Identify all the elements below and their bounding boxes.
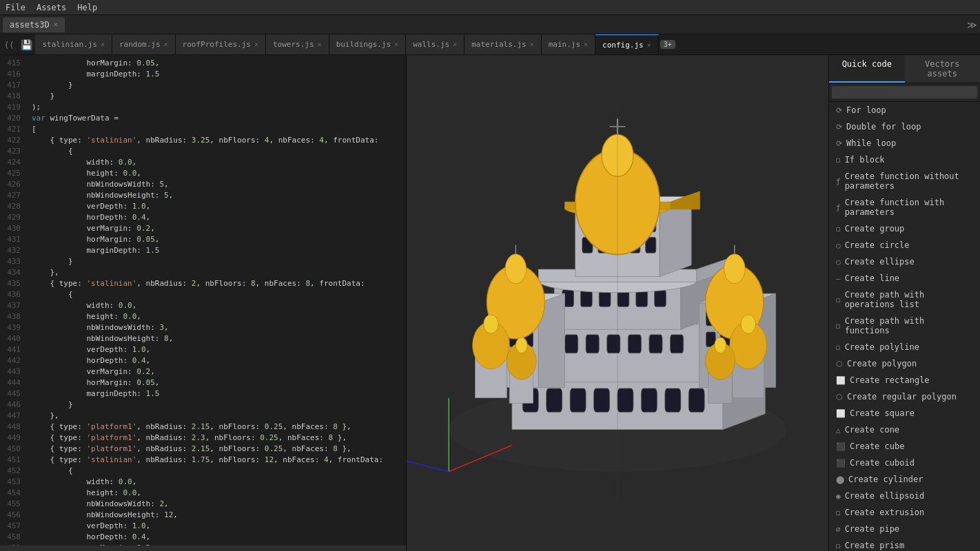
svg-rect-25 (688, 388, 704, 412)
svg-point-93 (515, 337, 527, 353)
tab-buildings[interactable]: buildings.js × (329, 34, 407, 55)
tab-vectors-assets[interactable]: Vectors assets (905, 55, 981, 83)
app-tab-close[interactable]: × (54, 21, 58, 28)
tab-main-close[interactable]: × (584, 41, 588, 48)
menu-bar: File Assets Help (0, 0, 980, 15)
tab-stalinian-close[interactable]: × (101, 41, 105, 48)
code-editor: 4154164174184194204214224234244254264274… (0, 55, 407, 551)
tab-count: 3+ (660, 40, 675, 49)
panel-item-create-ellipse[interactable]: ○Create ellipse (829, 253, 980, 270)
panel-item-create-rectangle[interactable]: ⬜Create rectangle (829, 372, 980, 388)
svg-point-90 (741, 315, 755, 334)
svg-rect-17 (671, 335, 684, 353)
nav-left[interactable]: ⟨⟨ (0, 40, 18, 50)
tab-quick-code[interactable]: Quick code (829, 55, 905, 83)
svg-rect-30 (580, 290, 592, 306)
panel-item-create-function-without-parameters[interactable]: ƒCreate function without parameters (829, 168, 980, 194)
svg-rect-16 (649, 335, 662, 353)
code-area[interactable]: 4154164174184194204214224234244254264274… (0, 55, 406, 545)
panel-item-create-group[interactable]: ◻Create group (829, 220, 980, 237)
panel-item-create-polyline[interactable]: ◻Create polyline (829, 339, 980, 355)
panel-item-create-regular-polygon[interactable]: ⬡Create regular polygon (829, 388, 980, 405)
panel-item-create-cone[interactable]: △Create cone (829, 422, 980, 438)
panel-item-create-prism[interactable]: ◻Create prism (829, 537, 980, 551)
svg-rect-14 (607, 335, 620, 353)
tab-random[interactable]: random.js × (112, 34, 176, 55)
tab-random-close[interactable]: × (164, 41, 168, 48)
panel-items-list: ⟳For loop⟳Double for loop⟳While loop◻If … (829, 102, 980, 551)
menu-assets[interactable]: Assets (37, 3, 66, 12)
panel-search (829, 83, 980, 102)
svg-point-83 (724, 254, 746, 284)
panel-item-create-extrusion[interactable]: ◻Create extrusion (829, 504, 980, 521)
tab-main[interactable]: main.js × (542, 34, 595, 55)
file-tab-bar: ⟨⟨ 💾 stalinian.js × random.js × roofProf… (0, 34, 980, 55)
panel-item-create-cube[interactable]: ⬛Create cube (829, 438, 980, 455)
tab-buildings-close[interactable]: × (394, 41, 398, 48)
svg-rect-21 (594, 388, 610, 412)
panel-item-create-ellipsoid[interactable]: ◉Create ellipsoid (829, 488, 980, 504)
app-tab-label: assets3D (10, 20, 50, 30)
save-icon[interactable]: 💾 (18, 39, 35, 50)
panel-item-create-circle[interactable]: ○Create circle (829, 237, 980, 253)
tab-stalinian[interactable]: stalinian.js × (35, 34, 112, 55)
building-canvas (407, 55, 828, 551)
horizontal-scrollbar[interactable] (0, 545, 406, 551)
tab-config[interactable]: config.js × (595, 34, 659, 55)
tab-roofprofiles[interactable]: roofProfiles.js × (176, 34, 266, 55)
panel-item-create-cuboid[interactable]: ⬛Create cuboid (829, 455, 980, 471)
svg-point-96 (715, 337, 726, 353)
panel-item-create-path-with-functions[interactable]: ◻Create path with functions (829, 313, 980, 339)
panel-item-create-polygon[interactable]: ⬡Create polygon (829, 355, 980, 372)
svg-rect-13 (586, 335, 599, 353)
search-input[interactable] (832, 86, 977, 98)
panel-item-create-cylinder[interactable]: ⬤Create cylinder (829, 471, 980, 488)
svg-rect-20 (570, 388, 586, 412)
svg-rect-34 (655, 290, 666, 306)
svg-point-87 (484, 315, 498, 334)
viewport[interactable] (407, 55, 828, 551)
tab-config-close[interactable]: × (647, 41, 651, 49)
tab-materials-close[interactable]: × (530, 41, 534, 48)
menu-file[interactable]: File (6, 3, 25, 12)
tab-walls[interactable]: walls.js × (406, 34, 465, 55)
tab-towers-close[interactable]: × (318, 41, 322, 48)
expand-button[interactable]: ≫ (967, 19, 977, 30)
panel-item-double-for-loop[interactable]: ⟳Double for loop (829, 118, 980, 135)
panel-item-create-line[interactable]: —Create line (829, 270, 980, 287)
panel-item-if-block[interactable]: ◻If block (829, 152, 980, 168)
panel-item-create-square[interactable]: ⬜Create square (829, 405, 980, 422)
svg-point-71 (505, 254, 527, 284)
panel-item-create-function-with-parameters[interactable]: ƒCreate function with parameters (829, 194, 980, 220)
app-tab-assets3d[interactable]: assets3D × (3, 17, 65, 32)
tab-walls-close[interactable]: × (453, 41, 457, 48)
app-tab-bar: assets3D × ≫ (0, 15, 980, 34)
svg-rect-24 (665, 388, 681, 412)
main-content: 4154164174184194204214224234244254264274… (0, 55, 980, 551)
svg-rect-19 (547, 388, 562, 412)
svg-rect-22 (617, 388, 633, 412)
panel-tabs: Quick code Vectors assets (829, 55, 980, 83)
right-panel: Quick code Vectors assets ⟳For loop⟳Doub… (828, 55, 980, 551)
svg-rect-23 (641, 388, 657, 412)
panel-item-while-loop[interactable]: ⟳While loop (829, 135, 980, 152)
tab-towers[interactable]: towers.js × (266, 34, 329, 55)
line-numbers: 4154164174184194204214224234244254264274… (0, 55, 26, 545)
panel-item-for-loop[interactable]: ⟳For loop (829, 102, 980, 118)
panel-item-create-path-with-operations-list[interactable]: ◻Create path with operations list (829, 287, 980, 313)
svg-rect-15 (628, 335, 641, 353)
svg-rect-12 (565, 335, 578, 353)
menu-help[interactable]: Help (77, 3, 97, 12)
code-content[interactable]: horMargin: 0.05, marginDepth: 1.5 } });v… (26, 55, 406, 545)
panel-item-create-pipe[interactable]: ⌀Create pipe (829, 521, 980, 537)
tab-roofprofiles-close[interactable]: × (254, 41, 258, 48)
tab-materials[interactable]: materials.js × (465, 34, 542, 55)
